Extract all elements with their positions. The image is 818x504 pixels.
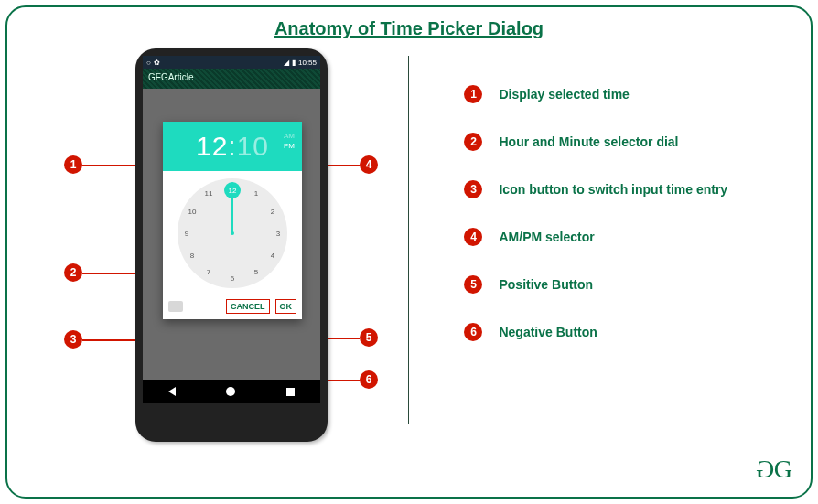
time-digits[interactable]: 12:10 xyxy=(196,131,269,162)
legend-row-6: 6 Negative Button xyxy=(464,323,792,341)
clock-dial[interactable]: 12 12 1 2 3 4 5 6 7 8 9 xyxy=(178,178,287,288)
clock-num[interactable]: 9 xyxy=(181,230,192,238)
clock-num[interactable]: 11 xyxy=(203,189,214,198)
legend-bubble: 3 xyxy=(464,180,482,198)
nav-back-icon[interactable] xyxy=(168,387,176,396)
diagram-title: Anatomy of Time Picker Dialog xyxy=(26,18,792,39)
clock-num[interactable]: 6 xyxy=(227,274,238,283)
clock-num[interactable]: 3 xyxy=(273,230,284,238)
status-dot-icon: ○ xyxy=(146,59,151,67)
dialog-actions: CANCEL OK xyxy=(163,295,302,319)
clock-num[interactable]: 2 xyxy=(267,208,278,216)
keyboard-icon[interactable] xyxy=(168,301,183,312)
legend-text: Display selected time xyxy=(499,87,629,102)
ok-button[interactable]: OK xyxy=(275,299,297,314)
legend-bubble: 5 xyxy=(464,275,482,294)
legend-text: Icon button to switch input time entry xyxy=(499,182,727,197)
hour-value[interactable]: 12 xyxy=(196,131,228,161)
legend-bubble: 4 xyxy=(464,228,482,246)
am-option[interactable]: AM xyxy=(284,131,295,141)
pm-option[interactable]: PM xyxy=(284,141,295,151)
callout-bubble-1: 1 xyxy=(64,155,82,174)
legend-row-4: 4 AM/PM selector xyxy=(464,228,792,246)
status-gear-icon: ✿ xyxy=(154,59,160,67)
legend-row-5: 5 Positive Button xyxy=(464,275,792,294)
callout-bubble-2: 2 xyxy=(64,263,82,282)
legend-bubble: 6 xyxy=(464,323,482,341)
app-bar: GFGArticle xyxy=(143,69,320,89)
ampm-selector[interactable]: AM PM xyxy=(284,131,295,151)
time-picker-dialog: 12:10 AM PM 12 xyxy=(163,122,302,319)
callout-bubble-4: 4 xyxy=(360,155,378,174)
diagram-frame: Anatomy of Time Picker Dialog 1 2 3 4 5 … xyxy=(5,5,813,499)
minute-value[interactable]: 10 xyxy=(237,131,269,161)
legend-bubble: 2 xyxy=(464,133,482,151)
nav-home-icon[interactable] xyxy=(226,387,235,396)
status-time: 10:55 xyxy=(298,59,317,67)
nav-recent-icon[interactable] xyxy=(286,388,295,396)
clock-num[interactable]: 4 xyxy=(267,252,278,260)
legend-text: Positive Button xyxy=(499,277,593,292)
legend-text: AM/PM selector xyxy=(499,230,594,244)
time-display-header[interactable]: 12:10 AM PM xyxy=(163,122,302,171)
gfg-logo: GG xyxy=(759,455,789,484)
legend-row-2: 2 Hour and Minute selector dial xyxy=(464,133,792,151)
clock-num[interactable]: 8 xyxy=(187,252,198,260)
callout-bubble-3: 3 xyxy=(64,330,82,349)
status-bar: ○ ✿ ◢ ▮ 10:55 xyxy=(143,56,320,69)
legend-text: Negative Button xyxy=(499,325,597,339)
app-title: GFGArticle xyxy=(148,72,193,82)
clock-center xyxy=(231,231,234,235)
signal-icon: ◢ xyxy=(284,59,289,67)
legend-row-1: 1 Display selected time xyxy=(464,85,792,103)
legend-row-3: 3 Icon button to switch input time entry xyxy=(464,180,792,198)
phone-screen: ○ ✿ ◢ ▮ 10:55 GFGArticle xyxy=(143,56,320,403)
legend-text: Hour and Minute selector dial xyxy=(499,134,678,149)
left-panel: 1 2 3 4 5 6 ○ ✿ xyxy=(26,48,408,479)
clock-num[interactable]: 10 xyxy=(187,208,198,216)
callout-bubble-5: 5 xyxy=(360,328,378,347)
clock-num[interactable]: 1 xyxy=(251,189,262,198)
battery-icon: ▮ xyxy=(292,59,296,67)
clock-dial-wrap: 12 12 1 2 3 4 5 6 7 8 9 xyxy=(163,171,302,295)
callout-bubble-6: 6 xyxy=(360,370,378,389)
clock-num[interactable]: 7 xyxy=(203,268,214,276)
phone-frame: ○ ✿ ◢ ▮ 10:55 GFGArticle xyxy=(135,48,328,442)
legend-bubble: 1 xyxy=(464,85,482,103)
clock-num[interactable]: 5 xyxy=(251,268,262,276)
diagram-content: 1 2 3 4 5 6 ○ ✿ xyxy=(26,48,792,479)
cancel-button[interactable]: CANCEL xyxy=(226,299,270,314)
legend-panel: 1 Display selected time 2 Hour and Minut… xyxy=(409,48,792,479)
android-nav-bar xyxy=(143,380,320,403)
